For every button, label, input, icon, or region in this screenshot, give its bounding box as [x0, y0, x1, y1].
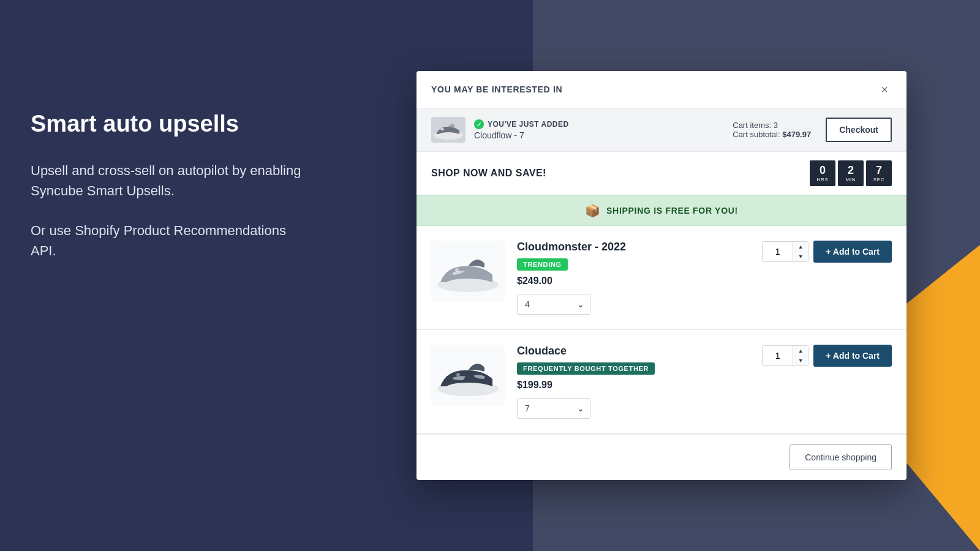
svg-point-3 [440, 128, 444, 130]
added-right: Cart items: 3 Cart subtotal: $479.97 Che… [733, 118, 892, 142]
cart-subtotal-line: Cart subtotal: $479.97 [733, 130, 811, 139]
countdown-minutes: 2 MIN [838, 160, 864, 186]
product-2-qty-down[interactable]: ▼ [793, 356, 808, 366]
product-2-badge: FREQUENTLY BOUGHT TOGETHER [517, 362, 655, 375]
product-item-1: Cloudmonster - 2022 TRENDING $249.00 4 5… [417, 226, 907, 330]
shipping-text: SHIPPING IS FREE FOR YOU! [606, 206, 738, 216]
close-button[interactable]: × [877, 82, 892, 97]
product-1-quantity-stepper[interactable]: ▲ ▼ [762, 241, 809, 262]
cart-subtotal-value: $479.97 [782, 130, 811, 139]
modal-title: YOU MAY BE INTERESTED IN [431, 84, 562, 94]
product-1-image [431, 241, 505, 302]
countdown-timer: 0 HRS 2 MIN 7 SEC [810, 160, 892, 186]
check-icon: ✓ [474, 119, 484, 129]
svg-point-6 [455, 268, 459, 272]
product-item-2: Cloudace FREQUENTLY BOUGHT TOGETHER $199… [417, 330, 907, 434]
modal-backdrop: YOU MAY BE INTERESTED IN × ✓ [0, 0, 980, 551]
countdown-hrs-label: HRS [817, 177, 829, 182]
product-1-size-select[interactable]: 4 5 6 7 8 9 [517, 294, 590, 315]
product-1-actions: ▲ ▼ + Add to Cart [762, 241, 892, 263]
product-2-image [431, 345, 505, 406]
added-label: ✓ YOU'VE JUST ADDED [474, 119, 569, 129]
cart-items-line: Cart items: 3 [733, 121, 811, 130]
added-product-name: Cloudflow - 7 [474, 130, 569, 140]
cart-info: Cart items: 3 Cart subtotal: $479.97 [733, 121, 811, 139]
shop-now-text: SHOP NOW AND SAVE! [431, 168, 546, 179]
product-2-qty-arrows: ▲ ▼ [793, 346, 808, 365]
product-2-details: Cloudace FREQUENTLY BOUGHT TOGETHER $199… [517, 345, 750, 419]
added-info: ✓ YOU'VE JUST ADDED Cloudflow - 7 [474, 119, 569, 140]
cart-subtotal-text: Cart subtotal: [733, 130, 780, 139]
added-product-image [431, 117, 466, 143]
product-2-quantity-stepper[interactable]: ▲ ▼ [762, 345, 809, 366]
product-1-select-wrapper[interactable]: 4 5 6 7 8 9 [517, 294, 590, 315]
countdown-hrs-value: 0 [820, 165, 826, 176]
product-2-qty-input[interactable] [763, 346, 793, 365]
added-left: ✓ YOU'VE JUST ADDED Cloudflow - 7 [431, 117, 569, 143]
shop-now-bar: SHOP NOW AND SAVE! 0 HRS 2 MIN 7 SEC [417, 152, 907, 195]
added-banner: ✓ YOU'VE JUST ADDED Cloudflow - 7 Cart i… [417, 108, 907, 152]
countdown-sec-label: SEC [873, 177, 884, 182]
product-2-price: $199.99 [517, 380, 750, 391]
product-1-badge: TRENDING [517, 258, 568, 271]
svg-point-9 [456, 373, 460, 377]
product-1-price: $249.00 [517, 276, 750, 287]
product-1-add-to-cart[interactable]: + Add to Cart [813, 241, 892, 263]
continue-shopping-button[interactable]: Continue shopping [790, 444, 892, 470]
countdown-min-value: 2 [848, 165, 854, 176]
product-2-add-to-cart[interactable]: + Add to Cart [813, 345, 892, 367]
shipping-icon: 📦 [585, 203, 600, 218]
product-1-name: Cloudmonster - 2022 [517, 241, 750, 253]
shipping-banner: 📦 SHIPPING IS FREE FOR YOU! [417, 195, 907, 226]
countdown-sec-value: 7 [876, 165, 882, 176]
modal-header: YOU MAY BE INTERESTED IN × [417, 71, 907, 108]
product-1-qty-down[interactable]: ▼ [793, 252, 808, 262]
upsell-modal: YOU MAY BE INTERESTED IN × ✓ [417, 71, 907, 480]
product-1-qty-arrows: ▲ ▼ [793, 242, 808, 261]
countdown-min-label: MIN [846, 177, 856, 182]
product-2-size-select[interactable]: 7 8 9 10 [517, 398, 590, 419]
product-1-qty-up[interactable]: ▲ [793, 242, 808, 252]
product-1-details: Cloudmonster - 2022 TRENDING $249.00 4 5… [517, 241, 750, 315]
product-2-name: Cloudace [517, 345, 750, 358]
modal-footer: Continue shopping [417, 434, 907, 480]
product-2-actions: ▲ ▼ + Add to Cart [762, 345, 892, 367]
countdown-hours: 0 HRS [810, 160, 835, 186]
added-label-text: YOU'VE JUST ADDED [488, 120, 569, 129]
countdown-seconds: 7 SEC [866, 160, 892, 186]
product-1-qty-input[interactable] [763, 242, 793, 261]
product-2-select-wrapper[interactable]: 7 8 9 10 [517, 398, 590, 419]
product-2-qty-up[interactable]: ▲ [793, 346, 808, 356]
checkout-button[interactable]: Checkout [826, 118, 892, 142]
products-list: Cloudmonster - 2022 TRENDING $249.00 4 5… [417, 226, 907, 434]
